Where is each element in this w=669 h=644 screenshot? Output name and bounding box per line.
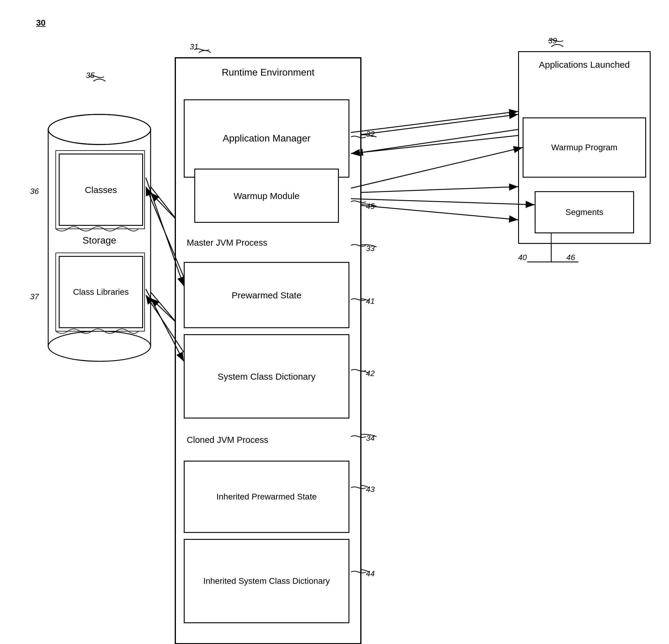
diagram: 30 31 35 Storage 36 Classes 37 Class Lib… [0,0,669,644]
system-class-dict-box: System Class Dictionary [184,334,350,419]
ref-43: 43 [366,485,375,494]
classes-box: Classes [59,153,143,226]
ref-39: 39 [548,36,557,45]
inherited-system-dict-box: Inherited System Class Dictionary [184,539,350,623]
svg-line-15 [354,130,518,153]
class-libraries-box: Class Libraries [59,256,143,328]
svg-point-5 [48,331,151,361]
svg-point-7 [48,114,151,145]
svg-line-16 [354,187,518,193]
ref-31: 31 [190,42,199,52]
ref-46: 46 [566,253,575,262]
warmup-module-box: Warmup Module [194,169,339,223]
storage-label: Storage [72,235,127,246]
ref-36: 36 [30,187,39,196]
ref-40: 40 [518,253,527,262]
title-label-30: 30 [36,18,45,28]
cloned-jvm-label: Cloned JVM Process [181,435,355,445]
svg-line-24 [351,135,518,153]
prewarmed-state-box: Prewarmed State [184,262,350,328]
ref-34: 34 [366,434,375,443]
svg-line-23 [351,112,518,132]
svg-line-25 [351,148,523,188]
app-manager-box: Application Manager [184,99,350,178]
ref-44: 44 [366,569,375,579]
warmup-program-box: Warmup Program [523,117,646,178]
svg-line-14 [354,114,518,135]
svg-line-26 [351,199,535,205]
ref-32: 32 [366,130,375,139]
master-jvm-label: Master JVM Process [181,238,355,248]
inherited-prewarmed-box: Inherited Prewarmed State [184,460,350,533]
svg-point-4 [48,114,151,145]
svg-point-6 [49,115,150,144]
ref-45: 45 [366,202,375,211]
ref-35: 35 [86,71,95,80]
ref-41: 41 [366,296,375,306]
segments-box: Segments [535,191,634,233]
ref-42: 42 [366,369,375,378]
svg-line-17 [354,205,518,220]
ref-37: 37 [30,292,39,302]
runtime-env-label: Runtime Environment [180,63,357,79]
apps-launched-label: Applications Launched [523,56,646,71]
ref-33: 33 [366,244,375,253]
